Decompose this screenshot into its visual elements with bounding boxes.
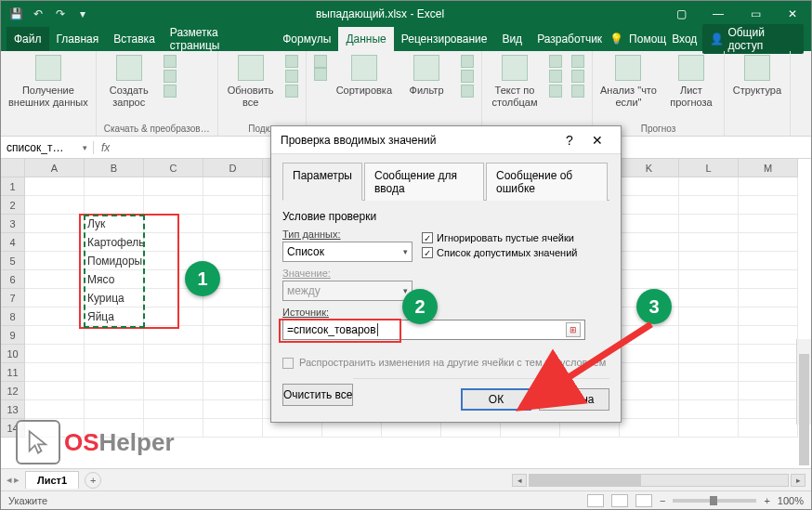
tab-view[interactable]: Вид: [494, 27, 530, 51]
cell[interactable]: [620, 233, 679, 252]
row-header[interactable]: 4: [1, 233, 25, 252]
cell[interactable]: [25, 196, 85, 215]
ribbon-options-icon[interactable]: ▢: [662, 1, 700, 27]
row-header[interactable]: 13: [1, 400, 25, 419]
cell[interactable]: [679, 326, 739, 345]
close-icon[interactable]: ✕: [774, 1, 811, 27]
filter-button[interactable]: Фильтр: [401, 55, 452, 97]
column-header[interactable]: M: [739, 159, 798, 177]
cell[interactable]: [25, 307, 85, 326]
dialog-tab-input-msg[interactable]: Сообщение для ввода: [364, 163, 484, 201]
cell[interactable]: [85, 196, 144, 215]
cell[interactable]: [85, 326, 144, 345]
flash-fill-button[interactable]: [549, 55, 562, 68]
cell[interactable]: [739, 289, 798, 307]
cell[interactable]: [144, 400, 203, 419]
name-box[interactable]: список_т… ▾: [1, 141, 94, 154]
cell[interactable]: [203, 233, 263, 252]
cell[interactable]: [203, 326, 263, 345]
cell[interactable]: [144, 177, 203, 196]
cell[interactable]: [679, 233, 739, 252]
tab-developer[interactable]: Разработчик: [530, 27, 609, 51]
cell[interactable]: [739, 345, 798, 363]
reapply-button[interactable]: [461, 70, 474, 83]
properties-button[interactable]: [285, 70, 298, 83]
page-layout-button[interactable]: [611, 494, 628, 507]
cell[interactable]: [25, 363, 85, 382]
cell[interactable]: [85, 345, 144, 363]
save-icon[interactable]: 💾: [8, 7, 23, 21]
ignore-blank-checkbox[interactable]: ✓Игнорировать пустые ячейки: [422, 232, 577, 243]
cell[interactable]: [739, 252, 798, 270]
cell[interactable]: [739, 270, 798, 289]
scroll-left-button[interactable]: ◂: [512, 474, 527, 487]
cell[interactable]: [203, 419, 263, 438]
from-table-button[interactable]: [164, 70, 177, 83]
consolidate-button[interactable]: [571, 55, 584, 68]
zoom-in-button[interactable]: +: [764, 495, 769, 506]
cell[interactable]: [620, 196, 679, 215]
maximize-icon[interactable]: ▭: [737, 1, 774, 27]
cell[interactable]: [739, 215, 798, 233]
cell[interactable]: Яйца: [85, 307, 144, 326]
cell[interactable]: [25, 233, 85, 252]
normal-view-button[interactable]: [587, 494, 604, 507]
row-header[interactable]: 3: [1, 215, 25, 233]
cell[interactable]: [144, 382, 203, 400]
cell[interactable]: [25, 177, 85, 196]
column-header[interactable]: D: [203, 159, 263, 177]
sort-button[interactable]: Сортировка: [336, 55, 392, 97]
row-header[interactable]: 5: [1, 252, 25, 270]
cell[interactable]: [679, 363, 739, 382]
row-header[interactable]: 1: [1, 177, 25, 196]
cell[interactable]: [620, 382, 679, 400]
cell[interactable]: [203, 345, 263, 363]
cell[interactable]: [620, 345, 679, 363]
new-query-button[interactable]: Создать запрос: [104, 55, 154, 109]
cell[interactable]: Лук: [85, 215, 144, 233]
cell[interactable]: [144, 363, 203, 382]
cell[interactable]: [203, 400, 263, 419]
cell[interactable]: [620, 270, 679, 289]
cell[interactable]: [25, 382, 85, 400]
cell[interactable]: [85, 382, 144, 400]
cell[interactable]: [679, 196, 739, 215]
row-header[interactable]: 8: [1, 307, 25, 326]
sheet-tab[interactable]: Лист1: [25, 471, 79, 489]
clear-filter-button[interactable]: [461, 55, 474, 68]
undo-icon[interactable]: ↶: [31, 7, 46, 21]
cell[interactable]: [85, 363, 144, 382]
zoom-out-button[interactable]: −: [660, 495, 665, 506]
row-header[interactable]: 6: [1, 270, 25, 289]
cell[interactable]: [203, 177, 263, 196]
cell[interactable]: [203, 307, 263, 326]
column-header[interactable]: A: [25, 159, 85, 177]
propagate-checkbox[interactable]: [282, 358, 294, 369]
row-header[interactable]: 11: [1, 363, 25, 382]
cell[interactable]: [679, 419, 739, 438]
column-header[interactable]: C: [144, 159, 203, 177]
cell[interactable]: [203, 215, 263, 233]
help-icon[interactable]: 💡: [609, 33, 623, 46]
outline-button[interactable]: Структура: [732, 55, 782, 97]
type-combobox[interactable]: Список ▾: [282, 242, 413, 262]
forecast-sheet-button[interactable]: Лист прогноза: [666, 55, 716, 109]
cell[interactable]: [679, 307, 739, 326]
advanced-filter-button[interactable]: [461, 85, 474, 98]
cell[interactable]: [25, 326, 85, 345]
sheet-nav-first[interactable]: ◂: [7, 474, 12, 486]
cell[interactable]: [679, 382, 739, 400]
remove-dup-button[interactable]: [549, 70, 562, 83]
cell[interactable]: [679, 345, 739, 363]
scroll-right-button[interactable]: ▸: [791, 474, 805, 487]
cell[interactable]: [203, 382, 263, 400]
cell[interactable]: [144, 345, 203, 363]
data-validation-button[interactable]: [549, 85, 562, 98]
cancel-button[interactable]: Отмена: [539, 388, 609, 411]
cell[interactable]: [679, 252, 739, 270]
sort-za-button[interactable]: [314, 68, 327, 81]
cell[interactable]: [144, 326, 203, 345]
share-button[interactable]: 👤 Общий доступ: [702, 24, 804, 54]
cell[interactable]: Мясо: [85, 270, 144, 289]
qat-dropdown-icon[interactable]: ▾: [75, 7, 90, 21]
